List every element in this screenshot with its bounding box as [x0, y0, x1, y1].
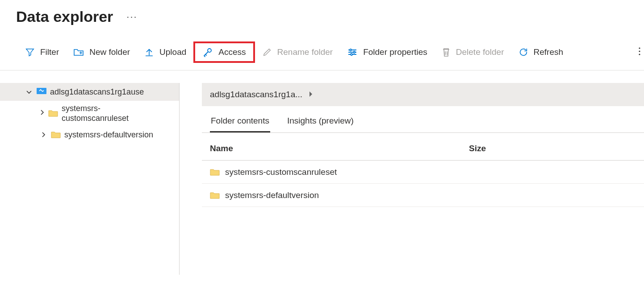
svg-point-2 — [353, 51, 355, 53]
tree-child-label-line1: systemsrs- — [62, 103, 129, 113]
refresh-label: Refresh — [534, 47, 564, 57]
toolbar: Filter New folder Upload Access Rename f… — [0, 25, 644, 70]
folder-properties-button[interactable]: Folder properties — [340, 41, 435, 63]
rename-folder-label: Rename folder — [277, 47, 333, 57]
toolbar-overflow-icon[interactable] — [637, 46, 642, 58]
access-button[interactable]: Access — [193, 41, 255, 63]
filter-icon — [25, 47, 35, 57]
tree-child-label: systemsrs-defaultversion — [64, 130, 153, 140]
chevron-right-icon — [39, 109, 45, 117]
breadcrumb-arrow-icon — [309, 90, 313, 99]
tree-child-node[interactable]: systemsrs-defaultversion — [0, 126, 179, 144]
new-folder-icon — [73, 48, 84, 57]
upload-icon — [144, 47, 154, 57]
row-name: systemsrs-customscanruleset — [225, 167, 337, 177]
folder-icon — [210, 191, 220, 199]
breadcrumb-item[interactable]: adlsg1datascans1rg1a... — [210, 90, 302, 99]
title-more-icon[interactable]: ··· — [126, 11, 137, 23]
settings-icon — [347, 48, 358, 57]
folder-icon — [51, 131, 61, 139]
svg-point-5 — [639, 50, 640, 52]
chevron-down-icon — [25, 89, 33, 95]
upload-button[interactable]: Upload — [137, 41, 193, 63]
trash-icon — [442, 47, 451, 57]
row-name: systemsrs-defaultversion — [225, 190, 319, 200]
folder-properties-label: Folder properties — [363, 47, 427, 57]
upload-label: Upload — [159, 47, 186, 57]
delete-folder-label: Delete folder — [456, 47, 504, 57]
rename-folder-button: Rename folder — [255, 41, 340, 63]
tab-insights[interactable]: Insights (preview) — [286, 116, 355, 132]
svg-point-1 — [350, 49, 351, 51]
tree-child-label-line2: customscanruleset — [62, 113, 129, 123]
tab-folder-contents[interactable]: Folder contents — [210, 116, 270, 132]
table-row[interactable]: systemsrs-defaultversion — [202, 184, 644, 207]
pencil-icon — [262, 47, 272, 57]
refresh-button[interactable]: Refresh — [511, 41, 571, 63]
tree-root-node[interactable]: adlsg1datascans1rg1ause — [0, 83, 179, 101]
new-folder-label: New folder — [89, 47, 130, 57]
tree-child-node[interactable]: systemsrs- customscanruleset — [0, 101, 179, 126]
page-title: Data explorer — [16, 8, 113, 25]
folder-icon — [210, 168, 220, 176]
storage-icon — [37, 87, 46, 97]
folder-icon — [48, 109, 58, 117]
filter-button[interactable]: Filter — [18, 41, 66, 63]
new-folder-button[interactable]: New folder — [66, 41, 137, 63]
filter-label: Filter — [40, 47, 59, 57]
chevron-right-icon — [39, 132, 47, 138]
breadcrumb: adlsg1datascans1rg1a... — [202, 83, 644, 106]
key-icon — [202, 47, 213, 58]
table-row[interactable]: systemsrs-customscanruleset — [202, 161, 644, 184]
folder-tree: adlsg1datascans1rg1ause systemsrs- custo… — [0, 83, 180, 275]
tabs: Folder contents Insights (preview) — [202, 116, 644, 133]
access-label: Access — [218, 47, 246, 57]
column-header-size[interactable]: Size — [469, 144, 644, 153]
refresh-icon — [519, 47, 528, 57]
tree-root-label: adlsg1datascans1rg1ause — [50, 87, 144, 97]
svg-point-3 — [351, 54, 352, 55]
svg-point-4 — [639, 47, 640, 49]
folder-table: Name Size systemsrs-customscanruleset — [202, 136, 644, 207]
column-header-name[interactable]: Name — [210, 144, 469, 153]
svg-point-6 — [639, 54, 640, 55]
delete-folder-button: Delete folder — [435, 41, 511, 63]
